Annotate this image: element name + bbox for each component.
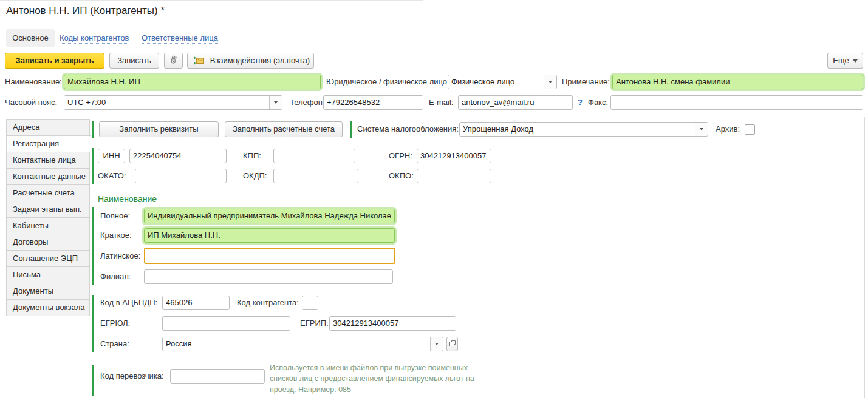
interactions-button[interactable]: Взаимодействия (эл.почта) bbox=[187, 53, 314, 69]
egrul-label: ЕГРЮЛ: bbox=[100, 316, 130, 331]
help-icon[interactable]: ? bbox=[578, 95, 583, 110]
fill-accounts-label: Заполнить расчетные счета bbox=[233, 124, 335, 134]
sidebar-item-documents[interactable]: Документы bbox=[6, 283, 90, 300]
inn-button-label: ИНН bbox=[103, 151, 120, 160]
okpo-input[interactable] bbox=[417, 169, 491, 183]
country-value: Россия bbox=[166, 337, 427, 351]
archive-label: Архив: bbox=[716, 122, 740, 137]
counterparty-code-label: Код контрагента: bbox=[237, 296, 299, 310]
group-separator bbox=[350, 121, 352, 138]
country-select[interactable]: Россия bbox=[162, 337, 443, 351]
sidebar-item-registration[interactable]: Регистрация bbox=[6, 135, 91, 152]
full-name-label: Полное: bbox=[100, 209, 130, 223]
save-and-close-label: Записать и закрыть bbox=[16, 56, 94, 65]
sidebar-item-contact-persons[interactable]: Контактные лица bbox=[6, 152, 90, 169]
save-button[interactable]: Записать bbox=[109, 53, 159, 69]
name-input[interactable]: Михайлова Н.Н. ИП bbox=[64, 75, 321, 89]
kpp-input[interactable] bbox=[273, 149, 355, 163]
sidebar-item-station-documents[interactable]: Документы вокзала bbox=[6, 299, 90, 316]
tab-counterparty-codes[interactable]: Коды контрагентов bbox=[60, 33, 129, 44]
interactions-label: Взаимодействия (эл.почта) bbox=[210, 56, 310, 65]
group-separator bbox=[92, 365, 94, 396]
save-and-close-button[interactable]: Записать и закрыть bbox=[5, 53, 104, 69]
acbpdp-code-value: 465026 bbox=[166, 296, 226, 309]
more-label: Еще bbox=[833, 56, 849, 65]
ogrn-value: 304212913400057 bbox=[420, 149, 488, 163]
fax-label: Факс: bbox=[588, 95, 608, 110]
sidebar-item-task-stages[interactable]: Задачи этапы вып. bbox=[6, 201, 90, 218]
full-name-input[interactable]: Индивидуальный предприниматель Михайлова… bbox=[144, 209, 395, 223]
legal-entity-label: Юридическое / физическое лицо: bbox=[326, 75, 449, 89]
sidebar-item-eds-agreement[interactable]: Соглашение ЭЦП bbox=[6, 250, 90, 267]
inn-button[interactable]: ИНН bbox=[98, 149, 125, 163]
carrier-code-label: Код перевозчика: bbox=[100, 369, 164, 384]
full-name-value: Индивидуальный предприниматель Михайлова… bbox=[148, 209, 391, 223]
name-value: Михайлова Н.Н. ИП bbox=[67, 75, 317, 89]
chevron-down-icon[interactable] bbox=[430, 337, 443, 351]
page-title: Антонов Н.Н. ИП (Контрагенты) * bbox=[6, 5, 165, 17]
chevron-down-icon[interactable] bbox=[695, 123, 708, 136]
ogrn-input[interactable]: 304212913400057 bbox=[417, 149, 491, 163]
legal-entity-value: Физическое лицо bbox=[451, 75, 541, 89]
timezone-select[interactable]: UTC +7:00 bbox=[64, 95, 282, 110]
email-label: E-mail: bbox=[429, 95, 453, 110]
phone-label: Телефон: bbox=[290, 95, 325, 110]
more-button[interactable]: Еще bbox=[827, 53, 863, 69]
fax-input[interactable] bbox=[610, 95, 863, 110]
paperclip-icon bbox=[169, 55, 178, 70]
sidebar-item-cabinets[interactable]: Кабинеты bbox=[6, 217, 90, 234]
sidebar-item-contracts[interactable]: Договоры bbox=[6, 234, 90, 251]
name-label: Наименование: bbox=[5, 75, 62, 89]
sidebar-item-bank-accounts[interactable]: Расчетные счета bbox=[6, 184, 90, 201]
save-label: Записать bbox=[117, 56, 151, 65]
short-name-label: Краткое: bbox=[100, 228, 132, 243]
tax-system-select[interactable]: Упрощенная Доход bbox=[459, 122, 708, 137]
acbpdp-code-label: Код в АЦБПДП: bbox=[100, 296, 157, 310]
egrul-input[interactable] bbox=[162, 316, 290, 331]
phone-value: +79226548532 bbox=[327, 96, 420, 109]
tax-system-value: Упрощенная Доход bbox=[463, 123, 692, 136]
timezone-value: UTC +7:00 bbox=[67, 96, 266, 109]
acbpdp-code-input[interactable]: 465026 bbox=[162, 296, 230, 310]
okpo-label: ОКПО: bbox=[389, 169, 414, 183]
inn-input[interactable]: 22254040754 bbox=[129, 149, 227, 163]
kpp-label: КПП: bbox=[243, 149, 261, 163]
carrier-code-hint: Используется в имени файлов при выгрузке… bbox=[270, 362, 484, 395]
email-input[interactable]: antonov_av@mail.ru bbox=[458, 95, 573, 110]
tab-main[interactable]: Основное bbox=[6, 29, 55, 47]
note-label: Примечание: bbox=[562, 75, 610, 89]
branch-label: Филиал: bbox=[100, 269, 131, 284]
carrier-code-input[interactable] bbox=[170, 369, 265, 384]
group-separator bbox=[92, 148, 94, 184]
note-value: Антонова Н.Н. смена фамилии bbox=[616, 75, 859, 89]
latin-name-input[interactable] bbox=[144, 248, 395, 264]
note-input[interactable]: Антонова Н.Н. смена фамилии bbox=[612, 75, 863, 89]
group-separator bbox=[92, 295, 94, 352]
okdp-input[interactable] bbox=[273, 169, 358, 183]
country-label: Страна: bbox=[100, 337, 129, 351]
short-name-value: ИП Михайлова Н.Н. bbox=[148, 229, 391, 242]
egrip-input[interactable]: 304212913400057 bbox=[329, 316, 456, 331]
sidebar-item-addresses[interactable]: Адреса bbox=[6, 119, 90, 136]
archive-checkbox[interactable] bbox=[745, 124, 755, 135]
chevron-down-icon[interactable] bbox=[544, 75, 556, 89]
legal-entity-select[interactable]: Физическое лицо bbox=[448, 75, 557, 89]
country-open-button[interactable] bbox=[446, 337, 458, 351]
fill-requisites-button[interactable]: Заполнить реквизиты bbox=[99, 121, 219, 137]
inn-value: 22254040754 bbox=[133, 149, 223, 163]
chevron-down-icon[interactable] bbox=[269, 96, 282, 109]
counterparty-code-input[interactable] bbox=[302, 296, 318, 310]
okato-input[interactable] bbox=[135, 169, 227, 183]
fill-accounts-button[interactable]: Заполнить расчетные счета bbox=[225, 121, 343, 137]
tab-responsible-persons[interactable]: Ответственные лица bbox=[142, 33, 218, 44]
phone-input[interactable]: +79226548532 bbox=[323, 95, 423, 110]
short-name-input[interactable]: ИП Михайлова Н.Н. bbox=[144, 228, 395, 243]
group-separator bbox=[92, 207, 94, 285]
egrip-label: ЕГРИП: bbox=[300, 316, 329, 331]
branch-input[interactable] bbox=[144, 269, 393, 284]
name-section-title: Наименование bbox=[98, 194, 157, 204]
attach-file-button[interactable] bbox=[164, 53, 183, 69]
sidebar-item-contact-data[interactable]: Контактные данные bbox=[6, 168, 90, 185]
sidebar-item-letters[interactable]: Письма bbox=[6, 266, 90, 283]
egrip-value: 304212913400057 bbox=[333, 317, 453, 330]
